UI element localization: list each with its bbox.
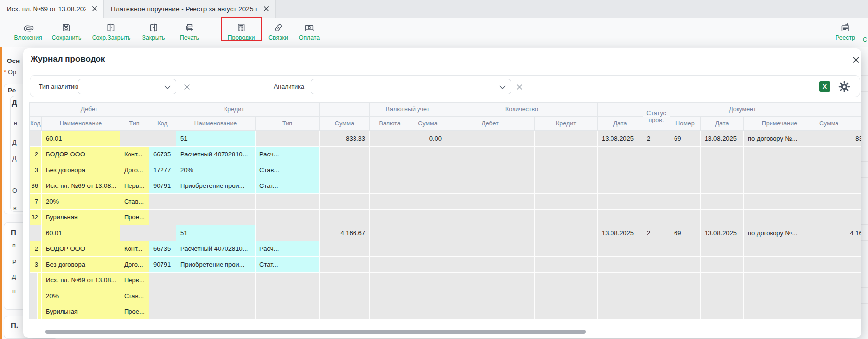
table-cell[interactable] <box>446 241 535 257</box>
table-cell[interactable] <box>535 225 598 241</box>
table-cell[interactable]: Перв... <box>120 178 149 194</box>
table-cell[interactable] <box>815 288 861 304</box>
table-cell[interactable] <box>320 162 370 178</box>
tab-close-icon[interactable] <box>92 6 97 12</box>
table-cell[interactable]: Без договора <box>42 257 120 273</box>
table-cell[interactable]: 20% <box>42 194 120 210</box>
table-cell[interactable] <box>320 273 370 288</box>
toolbar-item-postings[interactable]: Проводки <box>228 22 255 41</box>
table-cell[interactable] <box>256 288 320 304</box>
table-cell[interactable]: 0.00 <box>410 131 446 147</box>
table-cell[interactable] <box>535 210 598 225</box>
table-cell[interactable] <box>320 241 370 257</box>
table-cell[interactable] <box>149 194 176 210</box>
table-cell[interactable] <box>320 147 370 162</box>
table-cell[interactable]: 3 <box>30 257 42 273</box>
table-cell[interactable]: Дого... <box>120 257 149 273</box>
table-cell[interactable] <box>410 273 446 288</box>
table-cell[interactable] <box>535 241 598 257</box>
table-cell[interactable] <box>643 147 670 162</box>
table-cell[interactable]: Расчетный 40702810... <box>176 241 256 257</box>
toolbar-item-attachments[interactable]: Вложения <box>14 22 42 41</box>
table-cell[interactable]: 20% <box>42 288 120 304</box>
table-cell[interactable]: 2 <box>30 241 42 257</box>
table-cell[interactable] <box>643 194 670 210</box>
table-cell[interactable]: Дого... <box>120 162 149 178</box>
table-cell[interactable] <box>744 241 815 257</box>
table-cell[interactable]: Став... <box>120 288 149 304</box>
table-cell[interactable] <box>535 178 598 194</box>
table-cell[interactable]: 66735 <box>149 147 176 162</box>
table-cell[interactable] <box>370 241 410 257</box>
table-cell[interactable] <box>120 225 149 241</box>
table-cell[interactable] <box>410 304 446 319</box>
table-cell[interactable]: Стат... <box>256 257 320 273</box>
table-cell[interactable] <box>701 241 744 257</box>
table-cell[interactable] <box>446 194 535 210</box>
table-cell[interactable] <box>149 273 176 288</box>
table-cell[interactable] <box>815 210 861 225</box>
table-cell[interactable] <box>256 273 320 288</box>
toolbar-item-payment[interactable]: Оплата <box>299 22 320 41</box>
table-cell[interactable] <box>701 257 744 273</box>
table-cell[interactable]: 13.08.2025 <box>701 225 744 241</box>
table-cell[interactable] <box>149 304 176 319</box>
table-cell[interactable] <box>701 194 744 210</box>
table-cell[interactable] <box>670 257 701 273</box>
table-cell[interactable] <box>320 194 370 210</box>
table-cell[interactable] <box>643 162 670 178</box>
table-cell[interactable]: БОДОР ООО <box>42 147 120 162</box>
table-cell[interactable] <box>701 147 744 162</box>
table-cell[interactable] <box>446 210 535 225</box>
table-cell[interactable] <box>598 210 643 225</box>
table-cell[interactable] <box>701 273 744 288</box>
table-cell[interactable] <box>701 304 744 319</box>
table-cell[interactable] <box>598 273 643 288</box>
table-cell[interactable] <box>744 194 815 210</box>
table-cell[interactable]: 4 166.67 <box>320 225 370 241</box>
table-cell[interactable] <box>815 178 861 194</box>
table-cell[interactable]: 2 <box>643 225 670 241</box>
toolbar-item-save[interactable]: Сохранить <box>52 22 82 41</box>
table-cell[interactable] <box>598 194 643 210</box>
table-cell[interactable]: 7 <box>30 194 42 210</box>
table-cell[interactable] <box>446 288 535 304</box>
table-cell[interactable]: 69 <box>670 131 701 147</box>
table-cell[interactable] <box>30 273 38 288</box>
table-cell[interactable]: 90791 <box>149 257 176 273</box>
table-cell[interactable] <box>446 147 535 162</box>
table-cell[interactable] <box>535 194 598 210</box>
table-cell[interactable] <box>670 288 701 304</box>
table-cell[interactable] <box>30 288 38 304</box>
table-cell[interactable]: 60.01 <box>42 225 120 241</box>
table-cell[interactable]: Бурильная <box>42 304 120 319</box>
table-cell[interactable]: Расч... <box>256 147 320 162</box>
table-cell[interactable] <box>598 288 643 304</box>
table-cell[interactable] <box>446 178 535 194</box>
table-cell[interactable] <box>744 147 815 162</box>
table-cell[interactable] <box>370 194 410 210</box>
table-cell[interactable]: 60.01 <box>42 131 120 147</box>
tab-close-icon[interactable] <box>263 6 269 12</box>
table-cell[interactable] <box>149 225 176 241</box>
table-cell[interactable] <box>320 210 370 225</box>
table-cell[interactable] <box>410 257 446 273</box>
toolbar-item-close[interactable]: Закрыть <box>142 22 165 41</box>
table-cell[interactable] <box>370 225 410 241</box>
table-cell[interactable]: 20% <box>176 162 256 178</box>
table-cell[interactable] <box>446 162 535 178</box>
table-cell[interactable] <box>744 273 815 288</box>
table-cell[interactable] <box>410 162 446 178</box>
clear-analytics-icon[interactable] <box>516 84 523 90</box>
table-cell[interactable] <box>643 257 670 273</box>
table-cell[interactable] <box>744 288 815 304</box>
table-cell[interactable]: 51 <box>176 131 256 147</box>
table-cell[interactable] <box>815 273 861 288</box>
analytics-select[interactable] <box>311 79 511 94</box>
table-cell[interactable] <box>744 257 815 273</box>
table-cell[interactable]: БОДОР ООО <box>42 241 120 257</box>
table-cell[interactable] <box>30 131 42 147</box>
table-cell[interactable] <box>320 257 370 273</box>
table-cell[interactable] <box>701 162 744 178</box>
table-cell[interactable] <box>815 304 861 319</box>
